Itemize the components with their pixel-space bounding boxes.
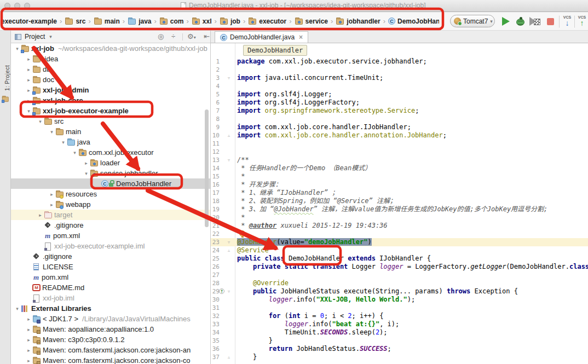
fold-marker-icon[interactable]: ▵ <box>226 246 232 255</box>
expand-arrow-icon[interactable]: ▸ <box>48 192 55 197</box>
tree-item[interactable]: LICENSE <box>11 262 210 272</box>
breadcrumb-item[interactable]: xxl <box>192 18 212 25</box>
breadcrumb-item[interactable]: CDemoJobHandler <box>388 18 439 25</box>
vcs-commit-button[interactable]: VCS ↑ <box>576 15 588 27</box>
tree-item[interactable]: ▸Maven: com.fasterxml.jackson.core:jacks… <box>11 345 210 355</box>
project-tab-folder-icon[interactable] <box>2 96 9 102</box>
tree-item[interactable]: ▸xxl-job-core <box>11 95 210 106</box>
collapse-all-icon[interactable]: ÷ <box>171 32 175 41</box>
tree-item[interactable]: ▸db <box>11 64 210 74</box>
tree-item-label: .idea <box>43 55 58 63</box>
tree-item[interactable]: ▸Maven: aopalliance:aopalliance:1.0 <box>11 324 210 334</box>
expand-arrow-icon[interactable]: ▾ <box>71 150 78 155</box>
fold-marker-icon[interactable]: ▵ <box>226 131 232 140</box>
tree-item[interactable]: ▸loader <box>11 158 210 168</box>
expand-arrow-icon[interactable]: ▸ <box>25 56 32 62</box>
fold-marker-icon[interactable]: ▿ <box>226 238 232 246</box>
intention-bulb-icon[interactable] <box>239 230 245 236</box>
tree-item[interactable]: ▾src <box>11 116 210 126</box>
hide-panel-icon[interactable]: ⇤ <box>204 32 210 41</box>
expand-arrow-icon[interactable]: ▸ <box>25 327 32 332</box>
tree-item[interactable]: ▸doc <box>11 74 210 85</box>
window-zoom-icon[interactable] <box>24 3 30 9</box>
editor-tab[interactable]: C DemoJobHandler.java × <box>215 31 308 43</box>
tree-item[interactable]: ▾External Libraries <box>11 303 210 314</box>
breadcrumb-item[interactable]: jobhandler <box>336 18 380 25</box>
tree-item[interactable]: ▾com.xxl.job.executor <box>11 147 210 158</box>
breadcrumb-item[interactable]: src <box>65 18 85 25</box>
tree-item[interactable]: ▸xxl-job-admin <box>11 85 210 95</box>
tree-item[interactable]: ▸.idea <box>11 54 210 64</box>
breadcrumb-item[interactable]: executor-example <box>1 18 57 25</box>
tree-item[interactable]: ▾xxl-job~/workspaces/idea-git-workspace/… <box>11 43 210 54</box>
debug-button[interactable] <box>516 19 524 26</box>
tree-item[interactable]: CDemoJobHandler <box>11 178 210 189</box>
fold-marker-icon[interactable]: ▿ <box>226 156 232 164</box>
expand-arrow-icon[interactable]: ▸ <box>25 67 32 72</box>
fold-marker-icon[interactable]: ▿ <box>226 74 232 82</box>
expand-arrow-icon[interactable]: ▸ <box>37 212 44 218</box>
tree-item[interactable]: mpom.xml <box>11 272 210 282</box>
tree-item[interactable]: ▸resources <box>11 189 210 199</box>
expand-arrow-icon[interactable]: ▸ <box>48 202 55 207</box>
expand-arrow-icon[interactable]: ▾ <box>83 171 90 176</box>
tree-item[interactable]: ▾java <box>11 137 210 147</box>
override-marker-icon[interactable]: ↑ <box>219 288 224 294</box>
tree-scrollbar[interactable] <box>205 109 209 227</box>
readme-icon: M <box>32 284 41 291</box>
tree-item[interactable]: xxl-job-executor-example.iml <box>11 241 210 251</box>
context-tag[interactable]: DemoJobHandler <box>243 45 307 56</box>
expand-arrow-icon[interactable]: ▾ <box>14 46 21 51</box>
tree-item[interactable]: MREADME.md <box>11 282 210 293</box>
breadcrumb-item[interactable]: com <box>159 18 184 25</box>
tree-item[interactable]: ▸target <box>11 210 210 220</box>
expand-arrow-icon[interactable]: ▾ <box>25 108 32 114</box>
close-icon[interactable]: × <box>299 33 303 41</box>
tree-item[interactable]: xxl-job.iml <box>11 293 210 303</box>
expand-arrow-icon[interactable]: ▸ <box>25 98 32 103</box>
expand-arrow-icon[interactable]: ▾ <box>14 306 21 311</box>
code-line: 9import com.xxl.job.core.handler.IJobHan… <box>211 123 588 131</box>
window-minimize-icon[interactable] <box>14 3 20 9</box>
tree-item[interactable]: ▸webapp <box>11 199 210 210</box>
expand-arrow-icon[interactable]: ▸ <box>25 348 32 353</box>
lock-icon <box>109 180 114 187</box>
expand-arrow-icon[interactable]: ▸ <box>25 88 32 93</box>
expand-arrow-icon[interactable]: ▸ <box>83 160 90 166</box>
tree-item[interactable]: mpom.xml <box>11 230 210 241</box>
tree-item[interactable]: ▸< JDK1.7 >/Library/Java/JavaVirtualMach… <box>11 314 210 324</box>
expand-arrow-icon[interactable]: ▸ <box>25 358 32 363</box>
fold-marker-icon[interactable]: ▵ <box>226 353 232 361</box>
expand-arrow-icon[interactable]: ▸ <box>25 337 32 343</box>
tree-item[interactable]: ▸Maven: com.fasterxml.jackson.core:jacks… <box>11 355 210 364</box>
tree-item[interactable]: .gitignore <box>11 251 210 262</box>
locate-icon[interactable]: ◎ <box>158 32 164 41</box>
expand-arrow-icon[interactable]: ▸ <box>25 316 32 322</box>
tree-item[interactable]: ▾main <box>11 126 210 137</box>
vcs-update-button[interactable]: VCS ↓ <box>561 15 573 27</box>
expand-arrow-icon[interactable]: ▸ <box>25 77 32 83</box>
tree-item[interactable]: .gitignore <box>11 220 210 230</box>
tree-item[interactable]: ▾xxl-job-executor-example <box>11 106 210 116</box>
expand-arrow-icon[interactable]: ▾ <box>60 140 67 145</box>
breadcrumb-item[interactable]: executor <box>248 18 286 25</box>
fold-marker-icon[interactable]: ▿ <box>226 287 232 296</box>
tree-item[interactable]: ▸Maven: c3p0:c3p0:0.9.1.2 <box>11 334 210 345</box>
chevron-down-icon[interactable]: ▾ <box>49 34 52 39</box>
breadcrumb-item[interactable]: service <box>295 18 328 25</box>
breadcrumb-item[interactable]: job <box>220 18 240 25</box>
breadcrumb-item[interactable]: java <box>128 18 151 25</box>
tree-item[interactable]: ▾service.jobhandler <box>11 168 210 178</box>
run-button[interactable] <box>502 17 510 26</box>
window-close-icon[interactable] <box>4 3 10 9</box>
tree-item-label: xxl-job-executor-example <box>43 107 129 115</box>
run-with-coverage-button[interactable] <box>529 17 541 27</box>
run-configuration-selector[interactable]: Tomcat7 ▾ <box>450 15 495 27</box>
expand-arrow-icon[interactable]: ▾ <box>37 119 44 124</box>
settings-icon[interactable]: ⚙▾ <box>187 32 196 42</box>
stop-button[interactable] <box>547 18 554 25</box>
code-editor[interactable]: 1package com.xxl.job.executor.service.jo… <box>210 43 588 364</box>
project-tool-window-tab[interactable]: 1: Project <box>1 62 10 93</box>
expand-arrow-icon[interactable]: ▾ <box>48 129 55 135</box>
breadcrumb-item[interactable]: main <box>94 18 120 25</box>
